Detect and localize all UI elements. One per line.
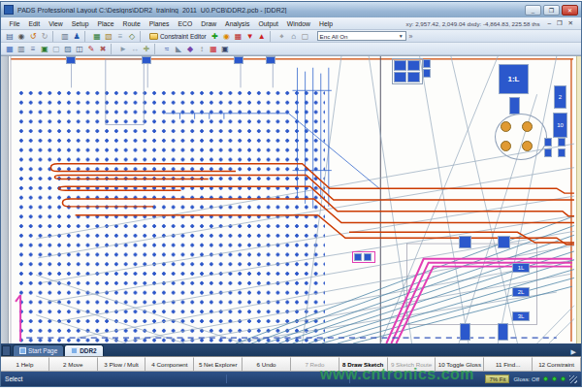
smd-pad[interactable] <box>407 60 420 71</box>
undo-icon[interactable]: ↺ <box>27 31 39 42</box>
red-block-icon[interactable]: ▦ <box>208 44 219 54</box>
via-icon[interactable]: ✚ <box>141 44 152 54</box>
function-key[interactable]: 9 Sketch Route <box>388 357 436 372</box>
menu-item[interactable]: Analysis <box>221 20 254 27</box>
menu-item[interactable]: Window <box>282 20 314 27</box>
smd-pad[interactable] <box>544 138 552 147</box>
function-key[interactable]: 4 Component <box>146 357 194 372</box>
function-key[interactable]: 11 Find... <box>484 357 533 372</box>
erase-icon[interactable]: ✖ <box>97 44 109 54</box>
binoculars-icon[interactable]: ◉ <box>16 31 27 42</box>
pcb-design-area[interactable]: 1:L 2 10 1L 2L 3L <box>9 56 576 343</box>
connector-pin[interactable] <box>509 97 520 114</box>
board-icon[interactable]: ▦ <box>91 31 103 42</box>
glass-icon[interactable]: ▢ <box>300 31 311 42</box>
menu-item[interactable]: Help <box>315 20 338 27</box>
options-icon[interactable]: ⌂ <box>288 31 300 42</box>
menu-item[interactable]: Route <box>118 20 145 27</box>
hatch-icon[interactable]: ▨ <box>62 44 74 54</box>
sync-icon[interactable]: ◇ <box>126 31 138 42</box>
tab-start-page[interactable]: Start Page <box>13 344 64 356</box>
resize-grip[interactable] <box>569 376 577 383</box>
plane-icon[interactable]: ▣ <box>39 44 50 54</box>
smd-pad[interactable] <box>498 323 508 341</box>
toolbar-overflow-icon[interactable]: » <box>409 33 413 40</box>
function-key[interactable]: 1 Help <box>1 357 49 372</box>
arrow-down-icon[interactable]: ▼ <box>244 31 256 42</box>
row-pad[interactable]: 2L <box>512 287 530 297</box>
function-key[interactable]: 2 Move <box>49 357 98 372</box>
edge-component[interactable]: 2 <box>554 85 566 109</box>
top-pad[interactable] <box>266 56 275 64</box>
smd-pad[interactable] <box>460 323 470 341</box>
smd-pad[interactable] <box>544 148 552 157</box>
title-bar[interactable]: PADS Professional Layout C:\Designs\DDR2… <box>1 2 581 17</box>
smd-pad[interactable] <box>459 236 471 248</box>
filter-icon[interactable]: ▥ <box>59 31 71 42</box>
dark-block-icon[interactable]: ▣ <box>219 44 231 54</box>
top-pad[interactable] <box>234 56 243 64</box>
drc-icon[interactable]: ▦ <box>233 31 244 42</box>
draw-pencil-icon[interactable]: ✎ <box>85 44 97 54</box>
menu-item[interactable]: Planes <box>145 20 174 27</box>
layers-icon[interactable]: ≡ <box>27 44 39 54</box>
move-icon[interactable]: ↔ <box>129 44 141 54</box>
component-icon[interactable]: ♟ <box>71 31 82 42</box>
tune-icon[interactable]: ≈ <box>161 44 173 54</box>
net-icon[interactable]: ◆ <box>184 44 196 54</box>
fit-badge[interactable]: 7% Fit <box>485 375 509 383</box>
edge-component[interactable]: 10 <box>553 113 567 138</box>
pad-pair-icon[interactable]: ◫ <box>74 44 85 54</box>
menu-item[interactable]: View <box>45 20 68 27</box>
smd-pad[interactable] <box>394 72 406 82</box>
function-key[interactable]: 8 Draw Sketch <box>340 357 388 372</box>
stack-icon[interactable]: ▥ <box>16 44 27 54</box>
maximize-button[interactable]: ❐ <box>543 5 560 16</box>
drill-hole[interactable] <box>522 121 533 132</box>
select-icon[interactable]: ► <box>117 44 129 54</box>
row-pad[interactable]: 3L <box>512 311 530 321</box>
menu-item[interactable]: File <box>5 20 24 27</box>
function-key[interactable]: 6 Undo <box>242 357 291 372</box>
grid-icon[interactable]: ▦ <box>4 44 16 54</box>
function-key[interactable]: 10 Toggle Gloss <box>436 357 484 372</box>
tab-ddr2[interactable]: DDR2 <box>64 344 103 356</box>
function-key[interactable]: 3 Plow / Mult <box>98 357 146 372</box>
redo-icon[interactable]: ↻ <box>39 31 50 42</box>
menu-item[interactable]: Draw <box>197 20 221 27</box>
constraint-editor-button[interactable]: Constraint Editor <box>146 31 210 42</box>
drill-hole[interactable] <box>501 141 511 151</box>
import-icon[interactable]: ▧ <box>103 31 114 42</box>
function-key[interactable]: 7 Redo <box>291 357 340 372</box>
smd-pad[interactable] <box>394 60 406 71</box>
probe-icon[interactable]: ⌖ <box>276 31 288 42</box>
tab-list-button[interactable] <box>2 345 11 356</box>
component-big-square[interactable]: 1:L <box>499 64 529 94</box>
corner-icon[interactable]: ◣ <box>173 44 184 54</box>
menu-item[interactable]: Edit <box>24 20 45 27</box>
menu-item[interactable]: Setup <box>67 20 93 27</box>
selected-pad[interactable] <box>364 253 372 261</box>
dimension-icon[interactable]: ↕ <box>196 44 208 54</box>
selected-pad[interactable] <box>354 253 362 261</box>
arrow-up-icon[interactable]: ▲ <box>256 31 268 42</box>
row-pad[interactable]: 1L <box>512 263 530 273</box>
function-key[interactable]: 12 Constraint <box>533 357 581 372</box>
menu-item[interactable]: ECO <box>174 20 197 27</box>
smd-pad[interactable] <box>407 72 420 82</box>
menu-item[interactable]: Place <box>93 20 118 27</box>
hazard-icon[interactable]: ◉ <box>221 31 233 42</box>
shape-icon[interactable]: ▢ <box>50 44 62 54</box>
layout-canvas[interactable]: 1:L 2 10 1L 2L 3L <box>1 55 581 343</box>
top-pad[interactable] <box>66 56 76 64</box>
smd-pad[interactable] <box>558 138 566 147</box>
save-icon[interactable]: ▤ <box>4 31 16 42</box>
smd-pad[interactable] <box>423 69 431 78</box>
drill-hole[interactable] <box>522 141 533 151</box>
display-scheme-dropdown[interactable]: Enc All On ▼ <box>317 31 406 41</box>
menu-item[interactable]: Output <box>254 20 282 27</box>
smd-pad[interactable] <box>558 148 566 157</box>
smd-pad[interactable] <box>498 236 510 248</box>
report-icon[interactable]: ≡ <box>114 31 126 42</box>
tab-scroll-right-icon[interactable]: ▶ <box>571 348 579 356</box>
